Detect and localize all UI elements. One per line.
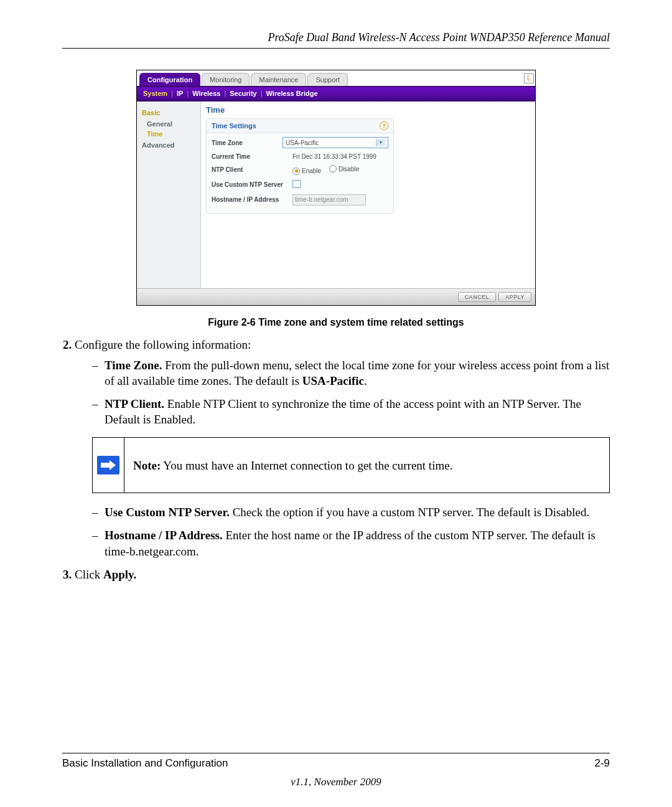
logout-icon[interactable]: L xyxy=(524,73,534,83)
step-list: Configure the following information: Tim… xyxy=(75,337,610,588)
page-header: ProSafe Dual Band Wireless-N Access Poin… xyxy=(62,31,610,49)
bullet-ntp-client: NTP Client. Enable NTP Client to synchro… xyxy=(92,396,610,427)
page-footer: Basic Installation and Configuration 2-9… xyxy=(62,753,610,788)
side-item-general[interactable]: General xyxy=(137,119,200,129)
step-2: Configure the following information: Tim… xyxy=(75,337,610,559)
side-item-time[interactable]: Time xyxy=(137,129,200,139)
time-zone-select[interactable]: USA-Pacific ▾ xyxy=(282,137,388,148)
chevron-down-icon: ▾ xyxy=(376,139,385,146)
footer-version: v1.1, November 2009 xyxy=(62,776,610,788)
content-title: Time xyxy=(206,105,530,115)
tab-support[interactable]: Support xyxy=(307,73,348,86)
figure-screenshot: Configuration Monitoring Maintenance Sup… xyxy=(136,70,536,306)
bullet-hostname: Hostname / IP Address. Enter the host na… xyxy=(92,527,610,559)
subnav-wireless[interactable]: Wireless xyxy=(183,90,220,97)
tab-monitoring[interactable]: Monitoring xyxy=(202,73,250,86)
current-time-value: Fri Dec 31 16:33:34 PST 1999 xyxy=(292,153,388,160)
tab-maintenance[interactable]: Maintenance xyxy=(251,73,306,86)
figure-caption: Figure 2-6 Time zone and system time rel… xyxy=(62,317,610,328)
label-hostname: Hostname / IP Address xyxy=(212,196,292,203)
subnav-wireless-bridge[interactable]: Wireless Bridge xyxy=(257,90,318,97)
subnav-ip[interactable]: IP xyxy=(167,90,183,97)
time-settings-panel: Time Settings ? Time Zone USA-Pacific ▾ xyxy=(206,118,394,214)
sub-nav: System IP Wireless Security Wireless Bri… xyxy=(137,86,535,101)
subnav-system[interactable]: System xyxy=(143,90,167,97)
step-3: Click Apply. xyxy=(75,567,610,582)
label-time-zone: Time Zone xyxy=(212,139,282,146)
footer-section: Basic Installation and Configuration xyxy=(62,757,228,770)
ntp-enable-radio[interactable]: Enable xyxy=(292,168,321,175)
label-current-time: Current Time xyxy=(212,153,292,160)
button-bar: CANCEL APPLY xyxy=(137,288,535,305)
tab-configuration[interactable]: Configuration xyxy=(139,73,200,86)
bullet-custom-ntp: Use Custom NTP Server. Check the option … xyxy=(92,504,610,520)
subnav-security[interactable]: Security xyxy=(220,90,256,97)
note-box: Note: You must have an Internet connecti… xyxy=(92,437,610,493)
time-zone-value: USA-Pacific xyxy=(286,139,319,146)
label-custom-ntp: Use Custom NTP Server xyxy=(212,181,292,188)
ntp-disable-radio[interactable]: Disable xyxy=(329,165,359,172)
panel-subtitle: Time Settings xyxy=(212,122,256,130)
arrow-right-icon xyxy=(97,456,119,474)
cancel-button[interactable]: CANCEL xyxy=(458,292,497,302)
help-icon[interactable]: ? xyxy=(380,121,388,130)
footer-page-number: 2-9 xyxy=(594,757,610,770)
side-panel: Basic General Time Advanced xyxy=(137,101,201,288)
hostname-input[interactable]: time-b.netgear.com xyxy=(292,194,366,205)
custom-ntp-checkbox[interactable] xyxy=(292,180,301,188)
side-group-basic[interactable]: Basic xyxy=(137,106,200,119)
bullet-time-zone: Time Zone. From the pull-down menu, sele… xyxy=(92,357,610,389)
side-group-advanced[interactable]: Advanced xyxy=(137,139,200,151)
label-ntp-client: NTP Client xyxy=(212,166,292,173)
top-tabs: Configuration Monitoring Maintenance Sup… xyxy=(137,70,535,86)
apply-button[interactable]: APPLY xyxy=(498,292,531,302)
